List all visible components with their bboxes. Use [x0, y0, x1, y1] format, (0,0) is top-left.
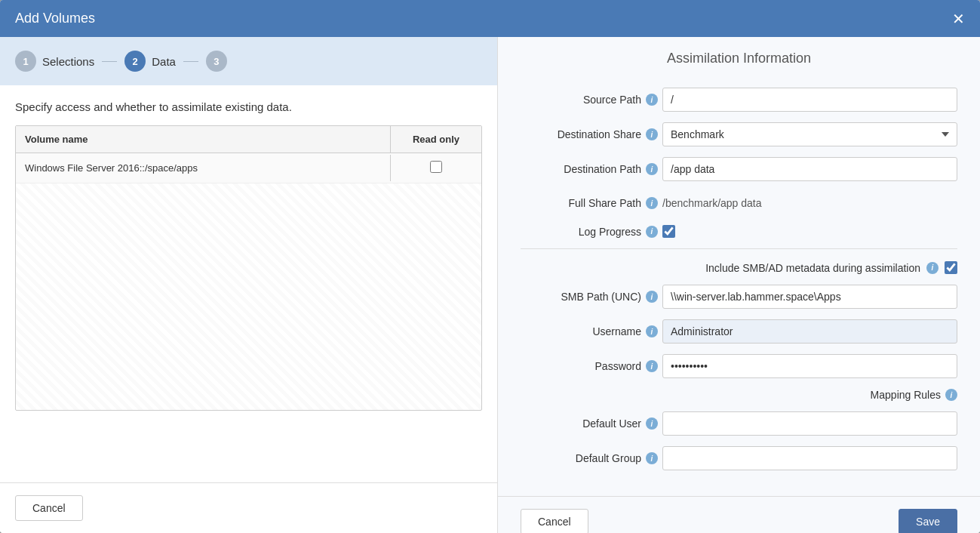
include-smb-checkbox[interactable]: [945, 261, 957, 274]
table-empty-area: [16, 183, 481, 410]
readonly-cell: [391, 153, 481, 183]
step-2-label: Data: [152, 55, 176, 68]
password-input[interactable]: [662, 354, 957, 378]
full-share-path-group: Full Share Path i /benchmark/app data: [521, 192, 957, 214]
col-volume-name: Volume name: [16, 126, 391, 153]
username-group: Username i: [521, 319, 957, 344]
include-smb-row: Include SMB/AD metadata during assimilat…: [521, 261, 957, 274]
log-progress-group: Log Progress i: [521, 225, 957, 238]
smb-path-label: SMB Path (UNC): [521, 291, 641, 303]
right-cancel-button[interactable]: Cancel: [521, 509, 588, 533]
default-group-info-icon: i: [646, 452, 658, 464]
log-progress-checkbox[interactable]: [662, 225, 675, 238]
destination-share-select[interactable]: Benchmark: [662, 122, 957, 146]
save-button[interactable]: Save: [899, 509, 957, 533]
volume-name-cell: Windows File Server 2016::/space/apps: [16, 155, 391, 181]
step-1-label: Selections: [42, 55, 94, 68]
col-read-only: Read only: [391, 126, 481, 153]
step-3-circle: 3: [206, 51, 227, 72]
step-3[interactable]: 3: [206, 51, 227, 72]
username-input[interactable]: [662, 319, 957, 344]
smb-path-info-icon: i: [646, 291, 658, 303]
right-content: Source Path i Destination Share i Benchm…: [498, 80, 980, 496]
mapping-rules-info-icon: i: [945, 389, 957, 401]
modal-body: 1 Selections 2 Data 3: [0, 37, 980, 533]
modal-header: Add Volumes ✕: [0, 0, 980, 37]
password-info-icon: i: [646, 360, 658, 372]
username-label: Username: [521, 325, 641, 337]
full-share-path-value: /benchmark/app data: [662, 192, 957, 214]
step-2-circle: 2: [124, 51, 146, 72]
close-button[interactable]: ✕: [952, 11, 965, 26]
default-group-group: Default Group i: [521, 446, 957, 470]
username-info-icon: i: [646, 325, 658, 337]
step-separator-1: [102, 61, 117, 62]
default-user-group: Default User i: [521, 411, 957, 436]
left-description: Specify access and whether to assimilate…: [15, 100, 482, 113]
left-content: Specify access and whether to assimilate…: [0, 85, 497, 482]
step-separator-2: [183, 61, 198, 62]
volumes-table: Volume name Read only Windows File Serve…: [15, 125, 482, 411]
table-row: Windows File Server 2016::/space/apps: [16, 153, 481, 183]
destination-share-group: Destination Share i Benchmark: [521, 122, 957, 146]
readonly-checkbox[interactable]: [430, 161, 442, 173]
right-title: Assimilation Information: [513, 51, 965, 66]
source-path-info-icon: i: [646, 94, 658, 106]
modal-title: Add Volumes: [15, 11, 95, 26]
default-group-input[interactable]: [662, 446, 957, 470]
full-share-path-label: Full Share Path: [521, 197, 641, 209]
mapping-rules-label: Mapping Rules: [871, 389, 941, 401]
default-user-info-icon: i: [646, 417, 658, 430]
mapping-rules-row: Mapping Rules i: [521, 389, 957, 401]
destination-share-info-icon: i: [646, 128, 658, 140]
destination-path-input[interactable]: [662, 157, 957, 181]
step-1-circle: 1: [15, 51, 36, 72]
right-panel: Assimilation Information Source Path i D…: [498, 37, 980, 533]
destination-path-label: Destination Path: [521, 163, 641, 175]
log-progress-info-icon: i: [646, 226, 658, 238]
source-path-label: Source Path: [521, 94, 641, 106]
modal: Add Volumes ✕ 1 Selections: [0, 0, 980, 533]
left-footer: Cancel: [0, 482, 497, 533]
destination-share-label: Destination Share: [521, 128, 641, 140]
default-group-label: Default Group: [521, 452, 641, 464]
full-share-path-info-icon: i: [646, 197, 658, 209]
default-user-input[interactable]: [662, 411, 957, 436]
destination-path-info-icon: i: [646, 163, 658, 175]
include-smb-info-icon: i: [926, 262, 939, 274]
step-1[interactable]: 1 Selections: [15, 51, 94, 72]
include-smb-label: Include SMB/AD metadata during assimilat…: [705, 262, 920, 274]
step-2[interactable]: 2 Data: [124, 51, 176, 72]
smb-path-input[interactable]: [662, 285, 957, 309]
left-panel: 1 Selections 2 Data 3: [0, 37, 498, 533]
table-header: Volume name Read only: [16, 126, 481, 153]
password-label: Password: [521, 360, 641, 372]
source-path-group: Source Path i: [521, 88, 957, 112]
smb-path-group: SMB Path (UNC) i: [521, 285, 957, 309]
default-user-label: Default User: [521, 417, 641, 430]
right-footer: Cancel Save: [498, 496, 980, 533]
divider: [521, 248, 957, 249]
log-progress-label: Log Progress: [521, 226, 641, 238]
right-header: Assimilation Information: [498, 37, 980, 80]
destination-path-group: Destination Path i: [521, 157, 957, 181]
left-cancel-button[interactable]: Cancel: [15, 495, 83, 521]
password-group: Password i: [521, 354, 957, 378]
steps-bar: 1 Selections 2 Data 3: [0, 37, 497, 85]
source-path-input[interactable]: [662, 88, 957, 112]
modal-overlay: Add Volumes ✕ 1 Selections: [0, 0, 980, 533]
